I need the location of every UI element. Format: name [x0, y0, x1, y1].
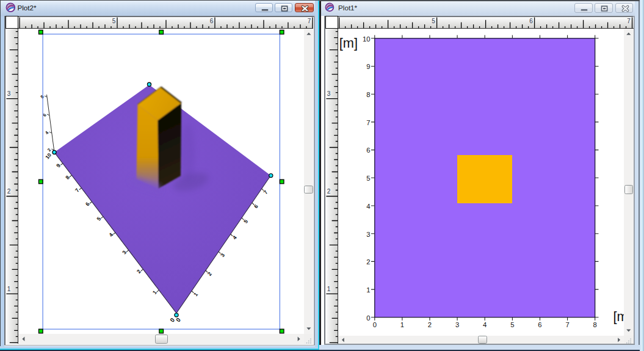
svg-text:1: 1	[366, 286, 370, 294]
svg-text:1: 1	[327, 285, 331, 292]
svg-text:1: 1	[7, 285, 10, 292]
svg-text:2: 2	[366, 258, 370, 266]
svg-text:4: 4	[366, 203, 370, 210]
svg-text:7: 7	[366, 119, 370, 126]
svg-text:6: 6	[366, 147, 370, 154]
svg-text:10: 10	[44, 152, 52, 161]
svg-text:6: 6	[538, 321, 541, 328]
svg-text:2: 2	[7, 187, 10, 194]
svg-text:5: 5	[95, 215, 102, 222]
svg-text:4: 4	[483, 321, 487, 328]
svg-text:6: 6	[529, 18, 533, 24]
svg-text:3: 3	[327, 90, 331, 96]
svg-text:4: 4	[43, 129, 49, 135]
svg-text:2: 2	[206, 271, 212, 277]
svg-text:8: 8	[64, 175, 71, 181]
svg-text:8: 8	[593, 321, 597, 328]
svg-text:2: 2	[327, 187, 331, 194]
svg-text:3: 3	[219, 252, 226, 258]
svg-text:4: 4	[107, 232, 114, 238]
svg-text:0: 0	[366, 314, 370, 322]
svg-text:7: 7	[73, 187, 80, 194]
svg-text:4: 4	[231, 234, 237, 241]
svg-text:10: 10	[363, 35, 371, 43]
svg-text:7: 7	[262, 189, 269, 195]
svg-text:7: 7	[627, 18, 631, 24]
svg-text:3: 3	[455, 321, 459, 328]
svg-text:2: 2	[135, 269, 142, 275]
svg-text:1: 1	[400, 321, 404, 328]
svg-text:3: 3	[366, 231, 370, 238]
svg-text:8: 8	[366, 91, 370, 98]
svg-text:5: 5	[432, 18, 435, 24]
svg-text:7: 7	[307, 18, 311, 24]
svg-text:7: 7	[565, 321, 569, 328]
svg-text:5: 5	[112, 18, 115, 24]
svg-text:[m]: [m]	[613, 309, 624, 324]
svg-text:9: 9	[366, 63, 370, 70]
svg-text:3: 3	[121, 249, 128, 255]
svg-text:5: 5	[510, 321, 514, 328]
svg-text:6: 6	[84, 201, 90, 207]
svg-text:0: 0	[175, 316, 182, 324]
svg-text:[m]: [m]	[339, 35, 358, 51]
svg-text:5: 5	[242, 219, 249, 225]
svg-text:1: 1	[151, 289, 157, 295]
svg-text:0: 0	[373, 321, 377, 328]
svg-text:3: 3	[7, 90, 10, 96]
svg-text:8: 8	[39, 94, 45, 100]
svg-text:6: 6	[252, 203, 259, 209]
svg-text:9: 9	[55, 162, 62, 168]
svg-text:2: 2	[428, 321, 432, 328]
svg-text:6: 6	[209, 18, 213, 24]
svg-text:5: 5	[366, 175, 370, 182]
svg-text:1: 1	[192, 291, 199, 297]
